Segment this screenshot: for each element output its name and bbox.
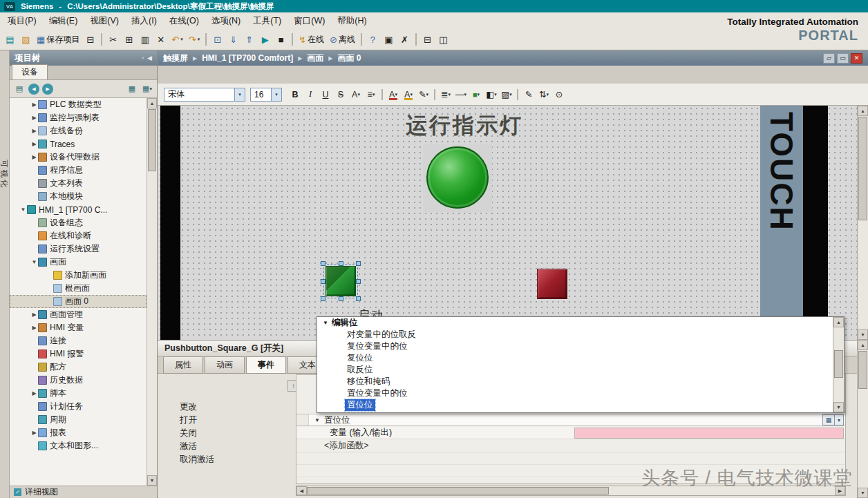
menu-item[interactable]: 工具(T) [247,12,287,30]
breadcrumb-item[interactable]: ▶画面 0 [323,52,361,64]
background-color-button[interactable]: ◧▾ [484,88,498,102]
paste-icon[interactable]: ▥ [138,32,152,47]
scroll-down-icon[interactable]: ▼ [858,488,868,498]
line-weight-button[interactable]: —▾ [454,88,468,102]
lamp-circle[interactable] [426,146,489,209]
remove-icon[interactable]: ✗ [397,32,412,47]
selection-handle[interactable] [321,296,326,301]
function-option[interactable]: 置位变量中的位 [317,387,844,399]
tree-item[interactable]: 根画面 [10,282,147,295]
function-option[interactable]: 取反位 [317,364,844,376]
italic-button[interactable]: I [303,88,317,102]
diagnostics-icon[interactable]: ? [366,32,380,47]
function-group-header[interactable]: ▼ 编辑位 [317,317,844,329]
scroll-thumb[interactable] [858,117,867,220]
selection-handle[interactable] [339,261,343,266]
tag-value-field[interactable] [574,428,844,439]
details-view-bar[interactable]: ✓ 详细视图 [10,486,157,498]
expand-arrow-icon[interactable]: ▶ [30,390,38,396]
new-item-icon[interactable]: ▤ [13,83,26,95]
selection-handle[interactable] [339,296,343,301]
function-option[interactable]: 复位位 [317,352,844,364]
format-separator[interactable] [381,89,383,100]
green-pushbutton[interactable] [326,266,356,296]
tree-scrollbar[interactable]: ▲ ▼ [147,98,157,486]
visualization-tab[interactable]: 可视化 [0,160,9,190]
breadcrumb-item[interactable]: ▶画面 [293,52,323,64]
format-separator[interactable] [517,89,518,100]
tree-item[interactable]: ▼ 画面 [10,256,147,269]
collapse-arrow-icon[interactable]: ▼ [323,320,328,326]
compile-icon[interactable]: ⊡ [210,32,225,47]
event-item[interactable]: 激活 [170,440,281,453]
tree-item[interactable]: ▶ 报表 [10,426,147,439]
align-button[interactable]: ≡▾ [364,88,378,102]
simulation-icon[interactable]: ▣ [381,32,396,47]
highlight-color-button[interactable]: A▾ [402,88,415,102]
print-icon[interactable]: ⊟ [83,32,97,47]
menu-item[interactable]: 插入(I) [125,12,163,30]
expand-arrow-icon[interactable]: ▶ [30,115,38,121]
tree-item[interactable]: 程序信息 [10,164,147,177]
function-row[interactable]: ▼ 置位位 ▦ ▼ [296,414,845,426]
format-painter-button[interactable]: ✎ [522,88,536,102]
selection-handle[interactable] [321,261,326,266]
dropdown-caret-icon[interactable]: ▾ [234,88,245,101]
tree-item[interactable]: 连接 [10,334,147,347]
function-option[interactable]: 对变量中的位取反 [317,329,844,341]
expand-arrow-icon[interactable]: ▶ [30,141,38,147]
tree-item[interactable]: ▼ HMI_1 [TP700 C... [10,203,147,216]
pen-color-button[interactable]: ✎▾ [417,88,431,102]
close-editor-button[interactable]: ✕ [851,53,862,64]
go-online-button[interactable]: ↯在线 [296,32,326,47]
tree-item[interactable]: 在线和诊断 [10,229,147,242]
tree-item[interactable]: 本地模块 [10,190,147,203]
screen-title-text[interactable]: 运行指示灯 [354,111,575,140]
tree-item[interactable]: ▶ Traces [10,137,147,151]
screen-canvas[interactable]: TOUCH 运行指示灯 启动 [158,106,857,340]
tree-item[interactable]: ▶ 监控与强制表 [10,111,147,124]
menu-item[interactable]: 选项(N) [205,12,247,30]
view-options-icon[interactable]: ▦▾ [141,83,153,95]
menu-item[interactable]: 在线(O) [163,12,205,30]
dropdown-caret-icon[interactable]: ▼ [834,415,843,425]
selection-handle[interactable] [356,261,361,266]
scroll-thumb[interactable] [834,350,843,378]
expand-arrow-icon[interactable]: ▶ [30,430,38,436]
menu-item[interactable]: 视图(V) [84,12,125,30]
tree-item[interactable]: ▶ 脚本 [10,387,147,400]
font-color-button[interactable]: A▾ [386,88,400,102]
tree-item[interactable]: 周期 [10,413,147,426]
tree-item[interactable]: ▶ PLC 数据类型 [10,98,147,111]
scroll-thumb[interactable] [148,109,156,171]
toolbar-separator[interactable] [415,33,417,46]
scroll-down-icon[interactable]: ▼ [833,402,844,412]
toolbar-separator[interactable] [101,33,102,46]
expand-arrow-icon[interactable]: ▼ [30,259,38,265]
selection-handle[interactable] [356,296,361,301]
function-option[interactable]: 复位变量中的位 [317,341,844,352]
tree-item[interactable]: 配方 [10,361,147,374]
text-size-button[interactable]: A▾ [349,88,363,102]
tree-item[interactable]: 文本列表 [10,177,147,190]
bold-button[interactable]: B [288,88,302,102]
properties-tab[interactable]: 事件 [246,356,286,374]
pattern-button[interactable]: ▨▾ [500,88,513,102]
tree-item[interactable]: 添加新画面 [10,269,147,282]
tab-devices[interactable]: 设备 [12,64,48,79]
open-project-icon[interactable]: ▧ [19,32,33,47]
split-vertical-icon[interactable]: ◫ [436,32,451,47]
new-project-icon[interactable]: ▤ [3,32,17,47]
tree-item[interactable]: 运行系统设置 [10,242,147,256]
tree-item[interactable]: HMI 报警 [10,347,147,361]
event-item[interactable]: 取消激活 [170,453,281,466]
add-function-row[interactable]: <添加函数> [296,440,845,452]
underline-button[interactable]: U [319,88,332,102]
float-panel-icon[interactable]: ▫ [142,55,144,61]
start-runtime-icon[interactable]: ▶ [258,32,272,47]
toolbar-separator[interactable] [292,33,293,46]
save-project-button[interactable]: ▦保存项目 [35,32,82,47]
function-option[interactable]: 移位和掩码 [317,376,844,387]
event-item[interactable]: 关闭 [170,427,281,440]
download-device-icon[interactable]: ⇓ [226,32,240,47]
